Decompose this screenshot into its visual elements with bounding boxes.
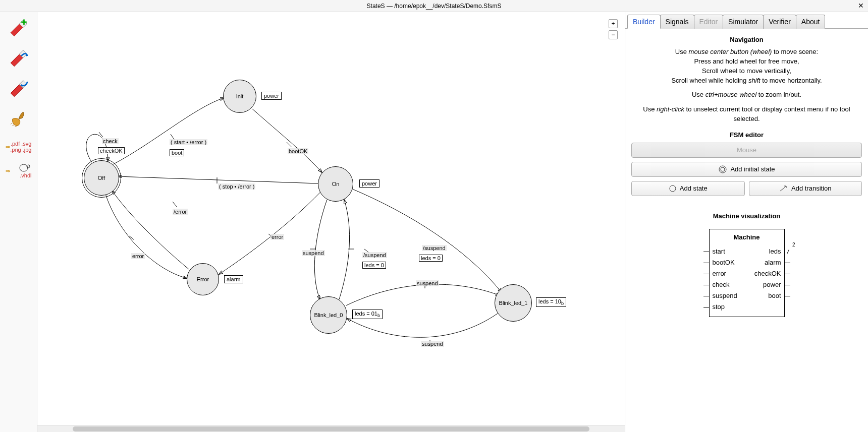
horizontal-scrollbar[interactable] — [37, 425, 625, 432]
state-blink0[interactable]: Blink_led_0 — [310, 296, 347, 334]
window-close-icon[interactable]: ✕ — [858, 2, 864, 10]
tab-signals[interactable]: Signals — [660, 15, 694, 29]
edge-on-error: error — [270, 234, 284, 240]
machine-input: start — [713, 248, 725, 255]
machine-vis-heading: Machine visualization — [631, 212, 862, 220]
fsm-canvas[interactable]: + − — [37, 12, 625, 432]
state-off[interactable]: Off — [84, 160, 119, 196]
edge-b0-on-act: leds = 0 — [362, 262, 386, 269]
navigation-text: Use mouse center button (wheel) to move … — [631, 47, 862, 124]
machine-output: power — [763, 281, 781, 288]
new-file-icon[interactable] — [7, 16, 31, 40]
state-blink1-output: leds = 10b — [536, 297, 566, 307]
tab-about[interactable]: About — [796, 15, 826, 29]
clear-icon[interactable] — [7, 107, 31, 131]
machine-box: Machine startleds bootOKalarm errorcheck… — [709, 229, 785, 317]
zoom-out-button[interactable]: − — [609, 30, 618, 39]
edge-on-b1-act: leds = 0 — [419, 255, 443, 262]
state-blink1[interactable]: Blink_led_1 — [495, 284, 532, 322]
machine-output: alarm — [765, 259, 781, 266]
state-on[interactable]: On — [318, 166, 353, 202]
tab-builder[interactable]: Builder — [627, 15, 661, 29]
state-on-output: power — [359, 179, 379, 188]
svg-point-18 — [721, 167, 725, 171]
svg-line-9 — [129, 236, 134, 240]
state-error[interactable]: Error — [187, 263, 219, 295]
window-title: StateS — /home/epok__/dev/StateS/Demo.Sf… — [367, 3, 502, 10]
tab-editor[interactable]: Editor — [694, 15, 724, 29]
svg-point-19 — [670, 186, 676, 192]
right-panel: Builder Signals Editor Simulator Verifie… — [625, 12, 868, 432]
edge-b0-b1: suspend — [416, 280, 439, 286]
fsm-editor-heading: FSM editor — [631, 131, 862, 139]
left-toolbar: ⇒ .pdf .svg .png .jpg ⇒ .vhdl — [0, 12, 37, 432]
save-file-icon[interactable] — [7, 77, 31, 101]
edge-error-off: error — [131, 253, 145, 259]
export-image-button[interactable]: ⇒ .pdf .svg .png .jpg — [4, 137, 34, 156]
machine-output: leds — [769, 248, 781, 255]
machine-input: stop — [713, 303, 725, 311]
edge-b0-on-cond: /suspend — [362, 252, 387, 258]
machine-input: suspend — [713, 292, 737, 299]
add-initial-state-button[interactable]: Add initial state — [631, 162, 862, 177]
window-titlebar: StateS — /home/epok__/dev/StateS/Demo.Sf… — [0, 0, 868, 12]
export-vhdl-button[interactable]: ⇒ .vhdl — [4, 162, 34, 179]
edge-off-self-act: checkOK — [98, 147, 125, 154]
machine-output: checkOK — [754, 270, 781, 277]
mouse-tool-button[interactable]: Mouse — [631, 143, 862, 158]
state-blink0-output: leds = 01b — [352, 310, 383, 319]
state-init[interactable]: Init — [223, 80, 256, 113]
open-file-icon[interactable] — [7, 46, 31, 71]
edge-on-b0: suspend — [302, 250, 325, 256]
tab-verifier[interactable]: Verifier — [763, 15, 796, 29]
edge-on-off: ( stop • /error ) — [218, 183, 255, 190]
svg-line-7 — [287, 142, 292, 147]
state-error-output: alarm — [224, 275, 243, 283]
panel-tabs: Builder Signals Editor Simulator Verifie… — [625, 12, 868, 29]
add-transition-button[interactable]: Add transition — [749, 181, 862, 196]
tab-simulator[interactable]: Simulator — [723, 15, 764, 29]
machine-box-title: Machine — [710, 233, 784, 241]
edges-layer — [37, 12, 625, 432]
svg-line-10 — [173, 202, 177, 207]
svg-line-5 — [99, 132, 103, 137]
machine-output: boot — [768, 292, 781, 299]
edge-init-on: bootOK — [288, 148, 308, 154]
edge-off-error-act: /error — [173, 209, 188, 215]
edge-off-init-cond: ( start • /error ) — [170, 139, 207, 145]
machine-input: error — [713, 270, 726, 277]
edge-off-self-cond: check — [102, 138, 119, 144]
state-init-output: power — [261, 92, 282, 100]
add-state-button[interactable]: Add state — [631, 181, 745, 196]
edge-off-init-act: boot — [170, 149, 184, 156]
navigation-heading: Navigation — [631, 36, 862, 43]
machine-input: bootOK — [713, 259, 735, 266]
edge-b1-b0: suspend — [421, 341, 444, 347]
svg-point-3 — [20, 164, 28, 171]
zoom-in-button[interactable]: + — [609, 19, 618, 28]
machine-input: check — [713, 281, 730, 288]
edge-on-b1-cond: /suspend — [422, 245, 447, 251]
svg-point-17 — [719, 166, 726, 173]
